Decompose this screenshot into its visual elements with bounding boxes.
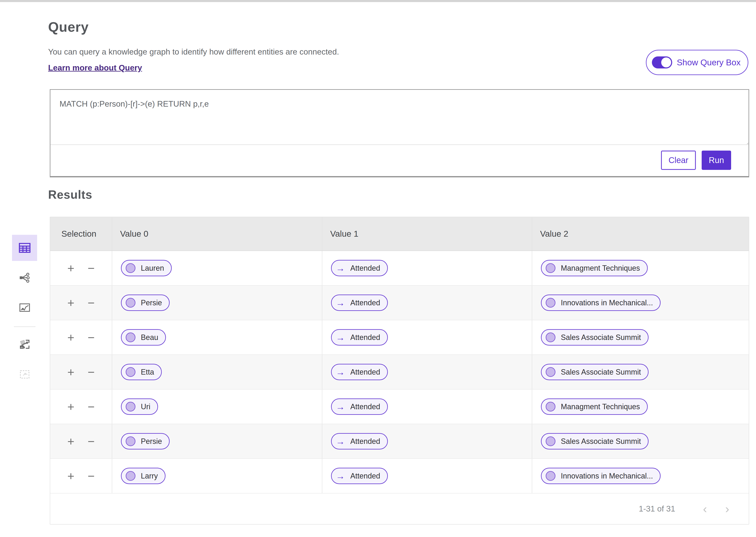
remove-from-selection-button[interactable]: − — [88, 366, 95, 378]
remove-from-selection-button[interactable]: − — [88, 470, 95, 482]
column-header-value0: Value 0 — [112, 217, 322, 251]
remove-from-selection-button[interactable]: − — [88, 435, 95, 447]
page-title: Query — [48, 19, 89, 35]
node-circle-icon — [546, 367, 555, 377]
arrow-right-icon: → — [336, 298, 345, 308]
arrow-right-icon: → — [336, 368, 345, 377]
table-view-icon — [18, 241, 32, 255]
query-box: MATCH (p:Person)-[r]->(e) RETURN p,r,e C… — [50, 89, 749, 177]
node-circle-icon — [546, 298, 555, 308]
entity-pill[interactable]: Managment Techniques — [541, 398, 648, 415]
entity-pill[interactable]: Sales Associate Summit — [541, 433, 649, 449]
selection-box-view-button-disabled — [12, 361, 37, 388]
node-circle-icon — [126, 333, 136, 342]
query-page: Query You can query a knowledge graph to… — [0, 0, 756, 537]
relationship-pill[interactable]: →Attended — [331, 260, 388, 276]
network-graph-icon — [18, 271, 31, 284]
add-to-selection-button[interactable]: + — [67, 470, 74, 482]
network-graph-view-button[interactable] — [12, 265, 37, 291]
relationship-pill[interactable]: →Attended — [331, 398, 388, 415]
relationship-pill[interactable]: →Attended — [331, 295, 388, 311]
results-title: Results — [48, 188, 92, 201]
relationship-pill[interactable]: →Attended — [331, 468, 388, 484]
table-row: + − Etta →Attended Sales Associate Summi… — [50, 355, 749, 390]
entity-pill[interactable]: Etta — [121, 364, 162, 380]
entity-pill[interactable]: Larry — [121, 468, 166, 484]
graph-frame-view-button[interactable] — [12, 331, 37, 357]
node-circle-icon — [126, 471, 136, 481]
table-row: + − Lauren →Attended Managment Technique… — [50, 251, 749, 286]
run-button[interactable]: Run — [702, 150, 731, 170]
node-circle-icon — [546, 402, 555, 412]
arrow-right-icon: → — [336, 333, 345, 342]
node-circle-icon — [126, 367, 136, 377]
path-map-view-button[interactable] — [12, 295, 37, 321]
query-input[interactable]: MATCH (p:Person)-[r]->(e) RETURN p,r,e — [50, 90, 748, 145]
entity-pill[interactable]: Innovations in Mechanical... — [541, 468, 660, 484]
selection-box-icon — [18, 368, 31, 381]
column-header-selection: Selection — [50, 217, 112, 251]
table-pagination: 1-31 of 31 ‹ › — [50, 493, 749, 524]
pagination-next-button[interactable]: › — [720, 503, 734, 515]
node-circle-icon — [126, 298, 136, 308]
entity-pill[interactable]: Managment Techniques — [541, 260, 648, 276]
top-border-strip — [0, 0, 756, 2]
table-row: + − Larry →Attended Innovations in Mecha… — [50, 459, 749, 493]
path-map-icon — [18, 301, 31, 314]
table-view-button[interactable] — [12, 235, 37, 261]
table-row: + − Beau →Attended Sales Associate Summi… — [50, 320, 749, 355]
node-circle-icon — [546, 263, 555, 273]
remove-from-selection-button[interactable]: − — [88, 401, 95, 413]
add-to-selection-button[interactable]: + — [67, 331, 74, 344]
node-circle-icon — [546, 471, 555, 481]
clear-button[interactable]: Clear — [661, 150, 696, 170]
entity-pill[interactable]: Sales Associate Summit — [541, 329, 649, 346]
arrow-right-icon: → — [336, 437, 345, 446]
view-switcher-rail — [12, 235, 37, 391]
arrow-right-icon: → — [336, 402, 345, 411]
add-to-selection-button[interactable]: + — [67, 297, 74, 309]
entity-pill[interactable]: Persie — [121, 295, 170, 311]
arrow-right-icon: → — [336, 264, 345, 273]
pagination-range-label: 1-31 of 31 — [639, 504, 675, 513]
remove-from-selection-button[interactable]: − — [88, 262, 95, 274]
entity-pill[interactable]: Innovations in Mechanical... — [541, 295, 660, 311]
relationship-pill[interactable]: →Attended — [331, 433, 388, 449]
query-actions: Clear Run — [50, 145, 748, 176]
node-circle-icon — [126, 436, 136, 446]
node-circle-icon — [546, 333, 555, 342]
node-circle-icon — [546, 436, 555, 446]
relationship-pill[interactable]: →Attended — [331, 329, 388, 346]
relationship-pill[interactable]: →Attended — [331, 364, 388, 380]
toggle-label: Show Query Box — [677, 58, 741, 67]
pagination-prev-button[interactable]: ‹ — [698, 503, 712, 515]
add-to-selection-button[interactable]: + — [67, 435, 74, 447]
results-table: Selection Value 0 Value 1 Value 2 + − La… — [50, 217, 749, 524]
entity-pill[interactable]: Sales Associate Summit — [541, 364, 649, 380]
table-row: + − Uri →Attended Managment Techniques — [50, 390, 749, 424]
show-query-box-toggle[interactable]: Show Query Box — [646, 50, 748, 75]
remove-from-selection-button[interactable]: − — [88, 331, 95, 344]
graph-frame-icon — [18, 338, 31, 351]
toggle-knob — [661, 58, 671, 67]
table-header-row: Selection Value 0 Value 1 Value 2 — [50, 217, 749, 251]
add-to-selection-button[interactable]: + — [67, 262, 74, 274]
page-description: You can query a knowledge graph to ident… — [48, 47, 339, 57]
add-to-selection-button[interactable]: + — [67, 366, 74, 378]
entity-pill[interactable]: Beau — [121, 329, 166, 346]
table-row: + − Persie →Attended Sales Associate Sum… — [50, 424, 749, 459]
arrow-right-icon: → — [336, 472, 345, 480]
entity-pill[interactable]: Uri — [121, 398, 158, 415]
table-row: + − Persie →Attended Innovations in Mech… — [50, 286, 749, 320]
node-circle-icon — [126, 263, 136, 273]
entity-pill[interactable]: Persie — [121, 433, 170, 449]
remove-from-selection-button[interactable]: − — [88, 297, 95, 309]
toggle-switch-icon[interactable] — [652, 57, 672, 68]
rail-divider — [14, 326, 35, 327]
add-to-selection-button[interactable]: + — [67, 401, 74, 413]
node-circle-icon — [126, 402, 136, 412]
column-header-value2: Value 2 — [532, 217, 749, 251]
learn-more-link[interactable]: Learn more about Query — [48, 63, 142, 72]
column-header-value1: Value 1 — [322, 217, 532, 251]
entity-pill[interactable]: Lauren — [121, 260, 172, 276]
